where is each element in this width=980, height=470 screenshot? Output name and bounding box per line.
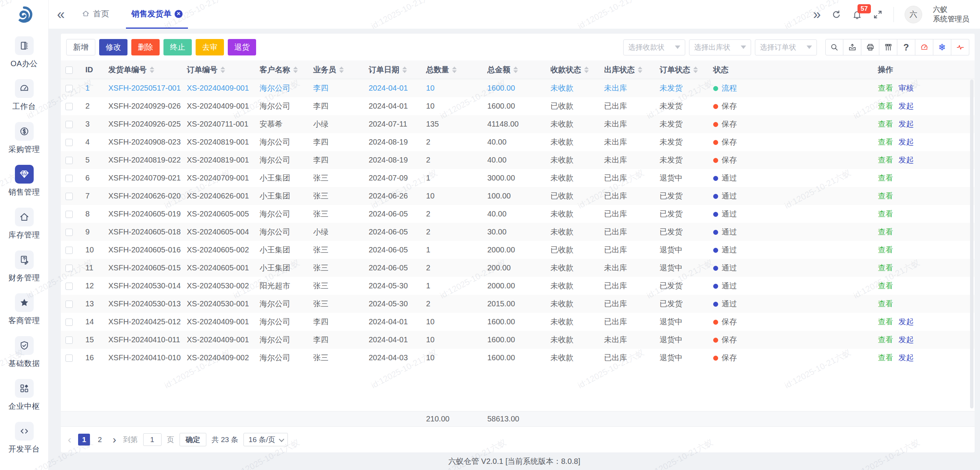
delete-button[interactable]: 删除 bbox=[131, 39, 160, 55]
sort-caret-icon[interactable] bbox=[693, 67, 698, 73]
table-row[interactable]: 2XSFH-20240929-026XS-20240409-001海尔公司李四2… bbox=[61, 97, 975, 115]
column-header[interactable]: 客户名称 bbox=[255, 65, 309, 75]
row-checkbox[interactable] bbox=[65, 247, 73, 254]
page-number-1[interactable]: 1 bbox=[78, 434, 90, 446]
prev-page-icon[interactable] bbox=[66, 434, 73, 445]
export-button[interactable] bbox=[843, 39, 861, 55]
return-button[interactable]: 退货 bbox=[228, 39, 256, 55]
table-row[interactable]: 8XSFH-20240605-019XS-20240605-005海尔公司张三2… bbox=[61, 205, 975, 223]
column-header[interactable]: 总数量 bbox=[421, 65, 483, 75]
sidebar-item-finance[interactable]: 财务管理 bbox=[8, 250, 40, 283]
row-checkbox[interactable] bbox=[65, 283, 73, 290]
sort-caret-icon[interactable] bbox=[220, 67, 225, 73]
sidebar-item-workbench[interactable]: 工作台 bbox=[12, 79, 36, 112]
tab-sales-delivery[interactable]: 销售发货单 bbox=[126, 0, 188, 29]
row-checkbox[interactable] bbox=[65, 355, 73, 362]
action-link-view[interactable]: 查看 bbox=[878, 246, 893, 254]
action-link-view[interactable]: 查看 bbox=[878, 281, 893, 290]
search-button[interactable] bbox=[825, 39, 843, 55]
action-link-view[interactable]: 查看 bbox=[878, 299, 893, 308]
row-checkbox[interactable] bbox=[65, 175, 73, 182]
add-button[interactable]: 新增 bbox=[66, 39, 95, 55]
action-link-view[interactable]: 查看 bbox=[878, 228, 893, 236]
sidebar-item-sales[interactable]: 销售管理 bbox=[8, 165, 40, 197]
action-link-view[interactable]: 查看 bbox=[878, 102, 893, 110]
column-header[interactable]: 发货单编号 bbox=[104, 65, 182, 75]
close-tab-icon[interactable] bbox=[175, 10, 183, 18]
filter-order-status[interactable]: 选择订单状 bbox=[755, 39, 817, 55]
table-row[interactable]: 3XSFH-20240926-025XS-20240711-001安慕希小绿20… bbox=[61, 115, 975, 133]
columns-button[interactable] bbox=[879, 39, 897, 55]
filter-receipt-status[interactable]: 选择收款状 bbox=[623, 39, 685, 55]
table-row[interactable]: 10XSFH-20240605-016XS-20240605-002小王集团张三… bbox=[61, 241, 975, 259]
user-info[interactable]: 六蚁 系统管理员 bbox=[933, 5, 969, 24]
table-row[interactable]: 5XSFH-20240819-022XS-20240819-001海尔公司李四2… bbox=[61, 151, 975, 169]
action-link-view[interactable]: 查看 bbox=[878, 192, 893, 200]
action-link-发起[interactable]: 发起 bbox=[898, 138, 914, 146]
sidebar-item-partners[interactable]: 客商管理 bbox=[8, 293, 40, 326]
help-button[interactable]: ? bbox=[897, 39, 915, 55]
column-header[interactable]: 业务员 bbox=[309, 65, 364, 75]
collapse-tabs-icon[interactable] bbox=[57, 8, 65, 21]
table-row[interactable]: 16XSFH-20240410-010XS-20240409-002海尔公司张三… bbox=[61, 349, 975, 367]
action-link-view[interactable]: 查看 bbox=[878, 335, 893, 344]
select-all-checkbox[interactable] bbox=[65, 67, 73, 74]
table-row[interactable]: 4XSFH-20240908-023XS-20240819-001海尔公司李四2… bbox=[61, 133, 975, 151]
table-row[interactable]: 1XSFH-20250517-001XS-20240409-001海尔公司李四2… bbox=[61, 79, 975, 97]
page-number-2[interactable]: 2 bbox=[94, 434, 106, 446]
row-checkbox[interactable] bbox=[65, 337, 73, 344]
table-row[interactable]: 15XSFH-20240410-011XS-20240409-001海尔公司李四… bbox=[61, 331, 975, 349]
sidebar-item-inventory[interactable]: 库存管理 bbox=[8, 208, 40, 240]
sort-caret-icon[interactable] bbox=[584, 67, 589, 73]
column-header[interactable]: 订单编号 bbox=[182, 65, 255, 75]
per-page-select[interactable]: 16 条/页 bbox=[243, 433, 288, 446]
row-checkbox[interactable] bbox=[65, 139, 73, 146]
scrollbar-track[interactable] bbox=[970, 80, 973, 408]
table-row[interactable]: 9XSFH-20240605-018XS-20240605-004海尔公司小绿2… bbox=[61, 223, 975, 241]
row-checkbox[interactable] bbox=[65, 229, 73, 236]
column-header[interactable]: 收款状态 bbox=[546, 65, 599, 75]
action-link-view[interactable]: 查看 bbox=[878, 156, 893, 164]
health-button[interactable] bbox=[951, 39, 969, 55]
goto-confirm-button[interactable]: 确定 bbox=[180, 433, 206, 446]
action-link-发起[interactable]: 发起 bbox=[898, 353, 914, 362]
action-link-view[interactable]: 查看 bbox=[878, 263, 893, 272]
expand-tabs-icon[interactable] bbox=[813, 8, 821, 21]
table-row[interactable]: 14XSFH-20240425-012XS-20240409-001海尔公司李四… bbox=[61, 313, 975, 331]
next-page-icon[interactable] bbox=[111, 434, 118, 445]
row-checkbox[interactable] bbox=[65, 103, 73, 110]
action-link-发起[interactable]: 发起 bbox=[898, 335, 914, 344]
row-checkbox[interactable] bbox=[65, 157, 73, 164]
action-link-view[interactable]: 查看 bbox=[878, 138, 893, 146]
column-header[interactable]: 总金额 bbox=[483, 65, 546, 75]
column-header[interactable]: 订单状态 bbox=[655, 65, 709, 75]
row-checkbox[interactable] bbox=[65, 265, 73, 272]
terminate-button[interactable]: 终止 bbox=[163, 39, 192, 55]
row-checkbox[interactable] bbox=[65, 319, 73, 326]
table-row[interactable]: 6XSFH-20240709-021XS-20240709-001小王集团张三2… bbox=[61, 169, 975, 187]
refresh-icon[interactable] bbox=[831, 10, 841, 20]
sort-caret-icon[interactable] bbox=[513, 67, 518, 73]
sort-caret-icon[interactable] bbox=[452, 67, 457, 73]
freeze-button[interactable]: ❄ bbox=[933, 39, 951, 55]
table-row[interactable]: 11XSFH-20240605-015XS-20240605-001小王集团张三… bbox=[61, 259, 975, 277]
row-checkbox[interactable] bbox=[65, 121, 73, 128]
avatar[interactable]: 六 bbox=[905, 6, 922, 23]
edit-button[interactable]: 修改 bbox=[99, 39, 127, 55]
filter-outbound-status[interactable]: 选择出库状 bbox=[689, 39, 751, 55]
action-link-审核[interactable]: 审核 bbox=[898, 84, 914, 92]
app-logo-icon[interactable] bbox=[15, 6, 33, 23]
tab-home[interactable]: 首页 bbox=[76, 0, 114, 29]
notifications-bell-icon[interactable]: 57 bbox=[852, 10, 862, 20]
sidebar-item-enterprise-hub[interactable]: 企业中枢 bbox=[8, 379, 40, 411]
monitor-button[interactable] bbox=[915, 39, 933, 55]
fullscreen-icon[interactable] bbox=[873, 10, 883, 20]
action-link-发起[interactable]: 发起 bbox=[898, 156, 914, 164]
action-link-view[interactable]: 查看 bbox=[878, 120, 893, 128]
action-link-view[interactable]: 查看 bbox=[878, 317, 893, 326]
sidebar-item-base-data[interactable]: 基础数据 bbox=[8, 336, 40, 369]
table-row[interactable]: 12XSFH-20240530-014XS-20240530-002阳光超市张三… bbox=[61, 277, 975, 295]
goto-page-input[interactable] bbox=[143, 433, 162, 446]
row-checkbox[interactable] bbox=[65, 85, 73, 92]
row-checkbox[interactable] bbox=[65, 193, 73, 200]
